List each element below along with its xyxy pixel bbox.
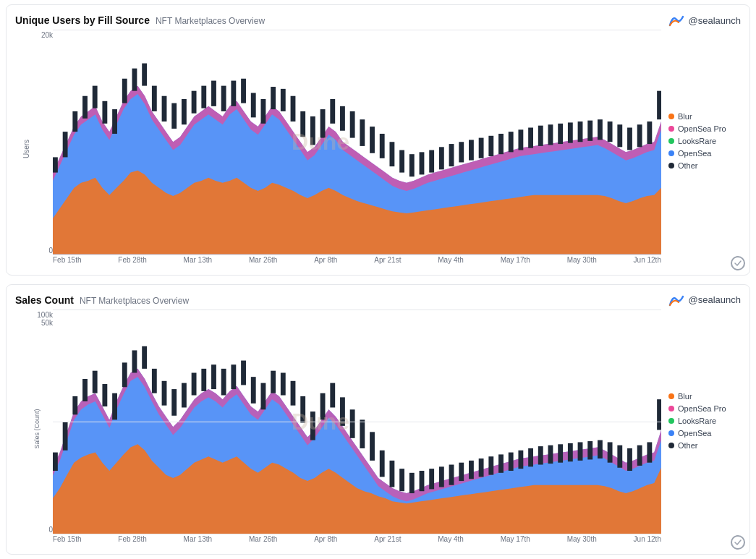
svg-rect-40 [449, 144, 454, 166]
svg-rect-0 [53, 157, 58, 172]
svg-rect-17 [221, 86, 226, 111]
svg-rect-108 [509, 452, 514, 470]
svg-rect-87 [300, 396, 305, 422]
other-label-2: Other [678, 441, 698, 450]
chart-canvas-2: Dune [53, 310, 661, 534]
y-tick-50k: 50k [41, 319, 53, 327]
grid-bottom-2 [53, 534, 661, 534]
svg-rect-30 [350, 111, 355, 138]
svg-rect-32 [370, 127, 375, 153]
svg-rect-1 [63, 132, 68, 157]
svg-rect-23 [281, 89, 286, 111]
x-axis-2: Feb 15th Feb 28th Mar 13th Mar 26th Apr … [53, 534, 661, 548]
svg-rect-112 [548, 445, 553, 463]
legend-opensea-pro-2: OpenSea Pro [668, 404, 741, 413]
svg-rect-63 [63, 422, 68, 451]
x-tick-2-mar26: Mar 26th [249, 535, 277, 548]
x-tick-2-jun12: Jun 12th [634, 535, 661, 548]
x-tick-mar13: Mar 13th [184, 256, 212, 269]
svg-rect-47 [518, 129, 523, 150]
opensea-label-2: OpenSea [678, 429, 711, 438]
brand-2: @sealaunch [668, 294, 741, 307]
grid-mid-2 [53, 422, 661, 422]
svg-rect-20 [251, 93, 256, 118]
svg-rect-118 [608, 442, 613, 462]
svg-rect-100 [429, 469, 434, 489]
y-axis-title-2: Sales (Count) [33, 409, 41, 448]
svg-rect-60 [647, 121, 652, 144]
svg-rect-26 [310, 116, 315, 145]
x-tick-may17: May 17th [501, 256, 530, 269]
svg-rect-79 [221, 368, 226, 395]
y-tick-100k: 100k [37, 311, 53, 319]
svg-rect-11 [162, 96, 167, 121]
svg-rect-120 [627, 448, 632, 470]
chart-area-2: Sales (Count) 100k 50k 0 Dune [15, 310, 741, 549]
svg-rect-3 [82, 96, 88, 119]
opensea-label-1: OpenSea [678, 149, 711, 158]
opensea-dot-1 [668, 150, 674, 156]
svg-rect-43 [479, 138, 484, 158]
legend-looksrare-1: LooksRare [668, 137, 741, 145]
svg-rect-109 [518, 450, 523, 468]
svg-rect-29 [340, 106, 345, 131]
svg-rect-67 [102, 384, 107, 406]
other-label-1: Other [678, 161, 698, 170]
svg-rect-58 [627, 127, 632, 150]
svg-rect-22 [271, 87, 276, 109]
grid-top-1 [53, 30, 661, 30]
chart-canvas-1: Dune [53, 30, 661, 255]
x-tick-2-may4: May 4th [438, 535, 464, 548]
blur-dot-2 [668, 393, 674, 399]
svg-rect-52 [568, 122, 573, 142]
chart-main-2: Dune [53, 310, 661, 549]
x-tick-apr8: Apr 8th [314, 256, 337, 269]
panel-title-1: Unique Users by Fill Source [15, 14, 150, 26]
opensea-pro-dot-2 [668, 406, 674, 411]
svg-rect-44 [488, 136, 493, 156]
svg-rect-106 [488, 456, 493, 474]
svg-rect-42 [469, 140, 474, 160]
svg-rect-24 [291, 96, 296, 121]
x-axis-1: Feb 15th Feb 28th Mar 13th Mar 26th Apr … [53, 255, 661, 269]
svg-rect-50 [548, 124, 553, 145]
svg-rect-94 [370, 432, 375, 461]
panel-header-1: Unique Users by Fill Source NFT Marketpl… [15, 14, 741, 27]
looksrare-label-1: LooksRare [678, 137, 716, 145]
svg-rect-90 [330, 383, 335, 407]
svg-rect-38 [429, 150, 434, 173]
legend-1: Blur OpenSea Pro LooksRare OpenSea Other [661, 30, 741, 269]
blur-label-2: Blur [678, 392, 692, 401]
svg-rect-53 [578, 121, 583, 142]
x-tick-2-may17: May 17th [501, 535, 530, 548]
brand-label-1: @sealaunch [689, 15, 741, 26]
opensea-pro-label-1: OpenSea Pro [678, 124, 726, 133]
svg-rect-41 [459, 142, 464, 162]
dune-logo-icon-2 [668, 294, 684, 307]
svg-rect-93 [360, 419, 365, 448]
svg-rect-68 [112, 393, 117, 419]
unique-users-panel: Unique Users by Fill Source NFT Marketpl… [6, 4, 750, 276]
svg-rect-12 [171, 103, 177, 129]
svg-rect-51 [558, 124, 563, 144]
looksrare-dot-1 [668, 138, 674, 144]
checkmark-svg-1 [734, 259, 742, 268]
svg-rect-111 [538, 446, 543, 464]
svg-rect-66 [93, 370, 98, 393]
grid-top-2 [53, 310, 661, 310]
svg-rect-69 [122, 362, 127, 387]
svg-rect-55 [598, 119, 603, 140]
svg-rect-75 [182, 383, 187, 407]
svg-rect-56 [608, 121, 613, 142]
title-group-1: Unique Users by Fill Source NFT Marketpl… [15, 14, 265, 26]
svg-rect-5 [102, 101, 107, 124]
x-tick-2-apr21: Apr 21st [374, 535, 401, 548]
check-icon-2 [731, 535, 745, 550]
svg-rect-114 [568, 443, 573, 461]
blur-dot-1 [668, 114, 674, 119]
svg-rect-119 [617, 445, 622, 467]
svg-rect-76 [192, 372, 197, 395]
x-tick-2-may30: May 30th [567, 535, 597, 548]
svg-rect-85 [281, 372, 286, 395]
y-axis-title-1: Users [22, 140, 30, 158]
